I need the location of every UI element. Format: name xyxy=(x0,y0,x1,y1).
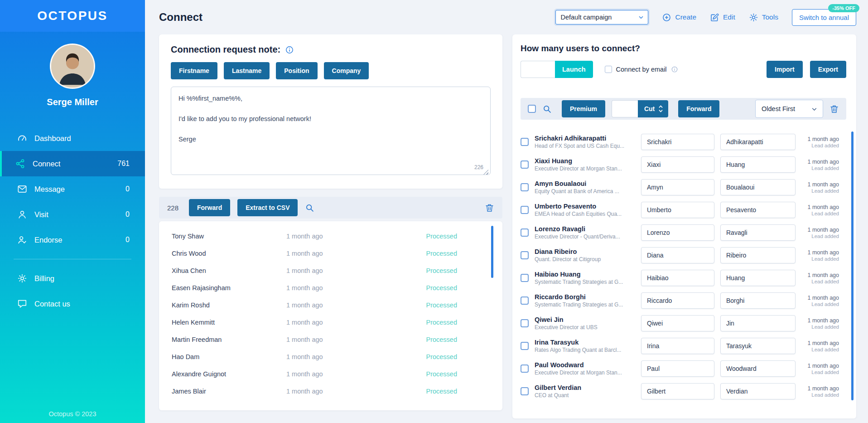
switch-to-annual-button[interactable]: Switch to annual -35% OFF xyxy=(792,9,856,26)
logo[interactable]: OCTOPUS xyxy=(0,0,145,32)
launch-button[interactable]: Launch xyxy=(555,61,593,78)
row-checkbox[interactable] xyxy=(521,160,529,169)
sidebar-item-dashboard[interactable]: Dashboard xyxy=(0,126,145,151)
table-row[interactable]: Hao Dam 1 month ago Processed xyxy=(159,348,502,365)
premium-button[interactable]: Premium xyxy=(562,100,605,117)
tools-button[interactable]: Tools xyxy=(749,13,778,22)
last-name-input[interactable] xyxy=(720,292,796,309)
users-count-input[interactable] xyxy=(521,61,555,78)
sidebar-item-visit[interactable]: Visit 0 xyxy=(0,202,145,227)
last-name-input[interactable] xyxy=(720,247,796,263)
last-name-input[interactable] xyxy=(720,270,796,286)
forward-button[interactable]: Forward xyxy=(189,199,230,216)
user-info[interactable]: Irina Tarasyuk Rates Algo Trading Quant … xyxy=(535,339,635,353)
table-row[interactable]: Alexandre Guignot 1 month ago Processed xyxy=(159,365,502,383)
last-name-input[interactable] xyxy=(720,383,796,399)
first-name-input[interactable] xyxy=(641,247,714,263)
table-row[interactable]: Martin Freedman 1 month ago Processed xyxy=(159,331,502,348)
table-row[interactable]: Tony Shaw 1 month ago Processed xyxy=(159,228,502,245)
sidebar-item-connect[interactable]: Connect 761 xyxy=(0,151,145,176)
export-button[interactable]: Export xyxy=(810,61,846,78)
first-name-input[interactable] xyxy=(641,338,714,354)
first-name-input[interactable] xyxy=(641,156,714,173)
first-name-input[interactable] xyxy=(641,202,714,218)
first-name-input[interactable] xyxy=(641,360,714,377)
last-name-input[interactable] xyxy=(720,134,796,150)
first-name-input[interactable] xyxy=(641,383,714,399)
info-icon[interactable] xyxy=(671,66,678,73)
sidebar-item-message[interactable]: Message 0 xyxy=(0,176,145,202)
table-row[interactable]: Easen Rajasingham 1 month ago Processed xyxy=(159,279,502,297)
last-name-input[interactable] xyxy=(720,179,796,195)
insert-variable-button[interactable]: Lastname xyxy=(224,62,270,79)
user-info[interactable]: Xiaxi Huang Executive Director at Morgan… xyxy=(535,157,635,172)
row-checkbox[interactable] xyxy=(521,251,529,259)
row-checkbox[interactable] xyxy=(521,274,529,282)
insert-variable-button[interactable]: Company xyxy=(324,62,369,79)
row-checkbox[interactable] xyxy=(521,229,529,237)
row-checkbox[interactable] xyxy=(521,297,529,305)
user-info[interactable]: Haibiao Huang Systematic Trading Strateg… xyxy=(535,271,635,285)
user-info[interactable]: Riccardo Borghi Systematic Trading Strat… xyxy=(535,293,635,308)
trash-icon[interactable] xyxy=(829,104,839,114)
last-name-input[interactable] xyxy=(720,202,796,218)
trash-icon[interactable] xyxy=(485,203,494,213)
user-info[interactable]: Paul Woodward Executive Director at Morg… xyxy=(535,361,635,376)
last-name-input[interactable] xyxy=(720,360,796,377)
user-info[interactable]: Umberto Pesavento EMEA Head of Cash Equi… xyxy=(535,203,635,217)
last-name-input[interactable] xyxy=(720,338,796,354)
sidebar-item-endorse[interactable]: Endorse 0 xyxy=(0,227,145,253)
scrollbar[interactable] xyxy=(491,226,493,278)
sidebar-item-contact-us[interactable]: Contact us xyxy=(0,291,145,316)
insert-variable-button[interactable]: Position xyxy=(276,62,317,79)
row-checkbox[interactable] xyxy=(521,183,529,191)
table-row[interactable]: Karim Roshd 1 month ago Processed xyxy=(159,297,502,314)
first-name-input[interactable] xyxy=(641,224,714,241)
table-row[interactable]: Xihua Chen 1 month ago Processed xyxy=(159,262,502,279)
extract-to-csv-button[interactable]: Extract to CSV xyxy=(237,199,298,216)
create-button[interactable]: Create xyxy=(662,13,696,22)
info-icon[interactable] xyxy=(285,45,294,54)
connect-by-email-checkbox[interactable] xyxy=(605,66,612,73)
row-checkbox[interactable] xyxy=(521,387,529,395)
search-icon[interactable] xyxy=(305,203,314,213)
first-name-input[interactable] xyxy=(641,134,714,150)
row-checkbox[interactable] xyxy=(521,319,529,327)
last-name-input[interactable] xyxy=(720,315,796,331)
row-checkbox[interactable] xyxy=(521,138,529,146)
edit-button[interactable]: Edit xyxy=(710,13,735,22)
search-icon[interactable] xyxy=(542,104,552,114)
scrollbar[interactable] xyxy=(851,131,854,400)
first-name-input[interactable] xyxy=(641,179,714,195)
row-checkbox[interactable] xyxy=(521,342,529,350)
first-name-input[interactable] xyxy=(641,292,714,309)
user-info[interactable]: Srichakri Adhikarapatti Head of FX Spot … xyxy=(535,135,635,149)
user-info[interactable]: Gilbert Verdian CEO at Quant xyxy=(535,384,635,399)
campaign-select[interactable]: Default campaign xyxy=(555,10,648,24)
first-name-input[interactable] xyxy=(641,270,714,286)
table-row[interactable]: Helen Kemmitt 1 month ago Processed xyxy=(159,314,502,331)
row-checkbox[interactable] xyxy=(521,206,529,214)
sidebar-item-billing[interactable]: Billing xyxy=(0,266,145,291)
table-row[interactable]: James Blair 1 month ago Processed xyxy=(159,383,502,400)
connect-by-email-option[interactable]: Connect by email xyxy=(605,66,678,73)
forward-button[interactable]: Forward xyxy=(678,100,719,117)
insert-variable-button[interactable]: Firstname xyxy=(171,62,217,79)
table-row[interactable]: Chris Wood 1 month ago Processed xyxy=(159,245,502,262)
user-info[interactable]: Lorenzo Ravagli Executive Director - Qua… xyxy=(535,225,635,240)
cut-count-input[interactable] xyxy=(612,100,638,117)
last-name-input[interactable] xyxy=(720,156,796,173)
user-info[interactable]: Amyn Boualaoui Equity Quant at Bank of A… xyxy=(535,180,635,194)
user-info[interactable]: Diana Ribeiro Quant. Director at Citigro… xyxy=(535,248,635,263)
first-name-input[interactable] xyxy=(641,315,714,331)
last-name-input[interactable] xyxy=(720,224,796,241)
avatar[interactable] xyxy=(50,44,95,89)
cut-button[interactable]: Cut xyxy=(638,100,668,117)
import-button[interactable]: Import xyxy=(767,61,803,78)
user-info[interactable]: Qiwei Jin Executive Director at UBS xyxy=(535,316,635,331)
sort-select[interactable]: Oldest First xyxy=(755,100,823,118)
stepper-arrows-icon[interactable] xyxy=(658,104,664,113)
select-all-checkbox[interactable] xyxy=(528,105,536,113)
row-checkbox[interactable] xyxy=(521,365,529,373)
note-textarea[interactable] xyxy=(171,87,491,175)
